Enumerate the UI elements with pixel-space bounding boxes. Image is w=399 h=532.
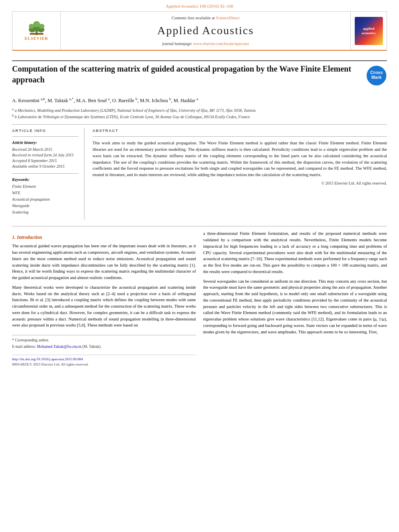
article-content: Computation of the scattering matrix of … [12, 51, 387, 367]
article-history-group: Article history: Received 26 March 2015 … [12, 140, 78, 169]
top-journal-link: Applied Acoustics 108 (2016) 92–100 [0, 0, 399, 11]
keywords-sep [12, 173, 78, 174]
issn-line: 0003-682X/© 2015 Elsevier Ltd. All right… [12, 362, 196, 368]
elsevier-brand-label: ELSEVIER [25, 36, 48, 42]
keywords-group: Keywords: Finite Element WFE Acoustical … [12, 177, 78, 216]
affiliation-a: a a Mechanics, Modelling and Production … [12, 107, 387, 113]
keyword-1: Finite Element [12, 183, 78, 190]
info-inner-sep [12, 136, 78, 137]
keywords-list: Finite Element WFE Acoustical propagatio… [12, 183, 78, 216]
keyword-3: Acoustical propagation [12, 196, 78, 203]
abstract-label: ABSTRACT [93, 128, 387, 134]
intro-heading: 1. Introduction [12, 234, 196, 241]
article-info-label: ARTICLE INFO [12, 128, 78, 134]
journal-title: Applied Acoustics [157, 23, 254, 39]
page-wrapper: Applied Acoustics 108 (2016) 92–100 ELSE… [0, 0, 399, 368]
footnote-email: E-mail address: Mohamed.Taktak@fss.rnu.t… [12, 344, 196, 349]
intro-para-3: a three-dimensional Finite Element formu… [203, 230, 387, 275]
crossmark-icon: Cross Mark [366, 65, 387, 86]
received-date: Received 26 March 2015 [12, 147, 78, 152]
body-separator [12, 226, 387, 226]
affiliations: a a Mechanics, Modelling and Production … [12, 107, 387, 120]
svg-text:Cross: Cross [370, 70, 383, 75]
journal-homepage-line: journal homepage: www.elsevier.com/locat… [162, 41, 249, 47]
history-label: Article history: [12, 140, 78, 146]
journal-header: ELSEVIER Contents lists available at Sci… [12, 11, 387, 51]
keywords-label: Keywords: [12, 177, 78, 183]
intro-para-2: Many theoretical works were developed to… [12, 284, 196, 329]
keyword-4: Waveguide [12, 203, 78, 209]
doi-link: http://dx.doi.org/10.1016/j.apacoust.201… [12, 357, 196, 362]
received-revised-date: Received in revised form 24 July 2015 [12, 152, 78, 158]
affiliation-b: b b Laboratoire de Tribologie et Dynamiq… [12, 113, 387, 120]
body-col-right: a three-dimensional Finite Element formu… [203, 230, 387, 367]
intro-para-4: Several waveguides can be considered as … [203, 278, 387, 335]
keyword-5: Scattering [12, 209, 78, 216]
article-info-column: ARTICLE INFO Article history: Received 2… [12, 128, 84, 220]
sciencedirect-link[interactable]: ScienceDirect [216, 16, 240, 20]
keyword-2: WFE [12, 190, 78, 196]
info-abstract-separator-top [12, 124, 387, 125]
abstract-inner-sep [93, 136, 387, 137]
abstract-column: ABSTRACT This work aims to study the gui… [93, 128, 387, 220]
crossmark-badge: Cross Mark [366, 65, 387, 88]
bottom-links: http://dx.doi.org/10.1016/j.apacoust.201… [12, 355, 196, 368]
applied-acoustics-logo: appliedacoustics [355, 17, 383, 45]
body-section: 1. Introduction The acoustical guided wa… [12, 230, 387, 367]
elsevier-logo-section: ELSEVIER [12, 12, 61, 50]
copyright-line: © 2015 Elsevier Ltd. All rights reserved… [93, 181, 387, 187]
svg-point-6 [33, 21, 40, 27]
intro-para-1: The acoustical guided waves propagation … [12, 243, 196, 281]
article-title-section: Computation of the scattering matrix of … [12, 64, 387, 92]
svg-rect-7 [30, 33, 43, 35]
body-col-left: 1. Introduction The acoustical guided wa… [12, 230, 196, 367]
journal-homepage-link[interactable]: www.elsevier.com/locate/apacoust [193, 41, 249, 46]
authors-line: A. Kessentini a,b, M. Taktak a,*, M.A. B… [12, 97, 387, 105]
journal-doi-link[interactable]: Applied Acoustics 108 (2016) 92–100 [166, 4, 233, 8]
accepted-date: Accepted 8 September 2015 [12, 158, 78, 164]
sciencedirect-line: Contents lists available at ScienceDirec… [171, 15, 239, 21]
svg-text:Mark: Mark [371, 75, 382, 80]
footnote-email-link[interactable]: Mohamed.Taktak@fss.rnu.tn [37, 345, 82, 349]
article-title: Computation of the scattering matrix of … [12, 64, 361, 85]
aa-logo-text: appliedacoustics [362, 27, 376, 35]
abstract-text: This work aims to study the guided acous… [93, 140, 387, 178]
elsevier-tree-icon [23, 20, 51, 35]
title-separator-top [12, 60, 387, 61]
info-abstract-section: ARTICLE INFO Article history: Received 2… [12, 128, 387, 220]
elsevier-logo: ELSEVIER [23, 20, 51, 42]
journal-header-center: Contents lists available at ScienceDirec… [61, 12, 350, 50]
footnote-section: * Corresponding author. E-mail address: … [12, 335, 196, 350]
footnote-corresponding: * Corresponding author. [12, 337, 196, 343]
available-date: Available online 9 October 2015 [12, 164, 78, 169]
journal-logo-section: appliedacoustics [350, 12, 387, 50]
